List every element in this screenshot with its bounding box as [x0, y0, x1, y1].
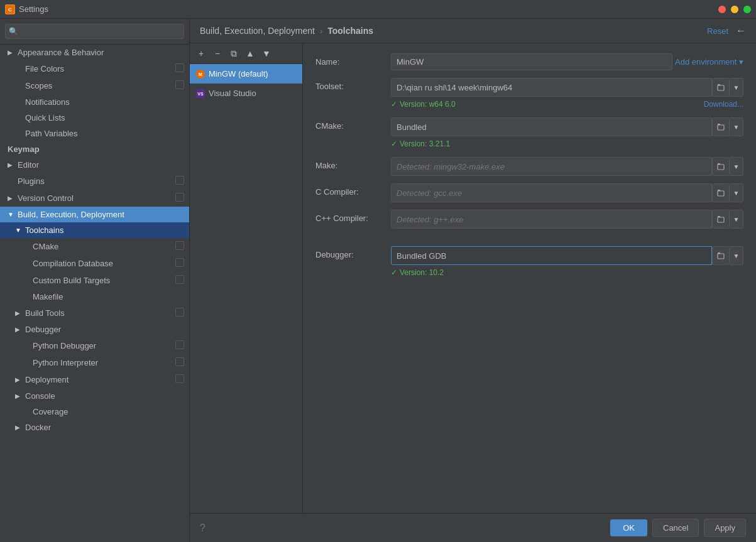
back-button[interactable]: ← — [736, 25, 746, 36]
sidebar-item-cmake[interactable]: CMake — [0, 238, 189, 255]
sidebar-item-python-interpreter[interactable]: Python Interpreter — [0, 354, 189, 371]
debugger-browse-button[interactable] — [712, 246, 730, 265]
apply-button[interactable]: Apply — [704, 519, 746, 537]
close-button[interactable] — [718, 6, 726, 13]
settings-badge-deployment — [175, 374, 184, 385]
ok-button[interactable]: OK — [610, 519, 647, 536]
maximize-button[interactable] — [743, 6, 751, 13]
toolset-input-row: ▼ — [391, 78, 743, 97]
toolset-input[interactable] — [391, 78, 712, 97]
toolchain-icon-mingw: M — [196, 70, 205, 79]
debugger-label: Debugger: — [315, 246, 391, 259]
svg-rect-15 — [718, 216, 720, 217]
expand-arrow-docker: ▶ — [15, 424, 23, 431]
sidebar-item-compilation-db[interactable]: Compilation Database — [0, 255, 189, 272]
svg-rect-9 — [718, 124, 720, 125]
cmake-dropdown-button[interactable]: ▼ — [730, 117, 743, 136]
toolchain-list: + − ⧉ ▲ ▼ M MinGW (default) — [190, 43, 303, 513]
sidebar-label-custom-build-targets: Custom Build Targets — [33, 276, 110, 285]
settings-badge-python-debugger — [175, 340, 184, 351]
reset-button[interactable]: Reset — [707, 26, 728, 36]
sidebar-label-deployment: Deployment — [25, 375, 68, 384]
move-down-button[interactable]: ▼ — [259, 46, 274, 61]
sidebar-item-version-control[interactable]: ▶ Version Control — [0, 190, 189, 207]
sidebar-item-build-exec-deploy[interactable]: ▼ Build, Execution, Deployment — [0, 207, 189, 222]
sidebar-item-debugger[interactable]: ▶ Debugger — [0, 322, 189, 337]
cpp-compiler-browse-button[interactable] — [712, 210, 730, 229]
sidebar-item-custom-build-targets[interactable]: Custom Build Targets — [0, 272, 189, 289]
toolchain-entry-vs[interactable]: VS Visual Studio — [190, 84, 302, 103]
svg-rect-17 — [718, 252, 720, 254]
sidebar-item-console[interactable]: ▶ Console — [0, 388, 189, 404]
sidebar-item-coverage[interactable]: Coverage — [0, 404, 189, 420]
remove-toolchain-button[interactable]: − — [210, 46, 225, 61]
sidebar-label-path-variables: Path Variables — [25, 129, 78, 138]
cpp-compiler-input[interactable] — [391, 210, 712, 229]
make-input[interactable] — [391, 157, 712, 176]
expand-arrow-appearance: ▶ — [8, 49, 15, 56]
search-input[interactable] — [5, 24, 184, 39]
cancel-button[interactable]: Cancel — [652, 519, 699, 537]
sidebar-label-toolchains: Toolchains — [25, 225, 63, 235]
sidebar-item-build-tools[interactable]: ▶ Build Tools — [0, 305, 189, 322]
sidebar-label-plugins: Plugins — [18, 176, 45, 186]
toolset-browse-button[interactable] — [712, 78, 730, 97]
toolset-dropdown-button[interactable]: ▼ — [730, 78, 743, 97]
cpp-compiler-dropdown-button[interactable]: ▼ — [730, 210, 743, 229]
cmake-input[interactable] — [391, 117, 712, 136]
cmake-version-check: ✓ Version: 3.21.1 — [391, 138, 450, 149]
sidebar-item-path-variables[interactable]: Path Variables — [0, 126, 189, 141]
sidebar-item-plugins[interactable]: Plugins — [0, 173, 189, 190]
name-input[interactable] — [391, 53, 672, 70]
make-dropdown-button[interactable]: ▼ — [730, 157, 743, 176]
search-box: 🔍 — [0, 19, 189, 45]
title-bar: C Settings — [0, 0, 756, 19]
spacer4 — [15, 114, 23, 121]
sidebar-item-editor[interactable]: ▶ Editor — [0, 157, 189, 173]
window-controls — [718, 6, 751, 13]
sidebar-item-scopes[interactable]: Scopes — [0, 77, 189, 94]
title-text: Settings — [19, 4, 48, 14]
breadcrumb: Build, Execution, Deployment › Toolchain… — [190, 19, 756, 43]
sidebar-item-notifications[interactable]: Notifications — [0, 94, 189, 110]
move-up-button[interactable]: ▲ — [243, 46, 258, 61]
sidebar-item-python-debugger[interactable]: Python Debugger — [0, 337, 189, 354]
svg-rect-7 — [718, 84, 720, 85]
settings-badge-file-colors — [175, 63, 184, 74]
sidebar-item-appearance[interactable]: ▶ Appearance & Behavior — [0, 45, 189, 60]
add-environment-button[interactable]: Add environment ▾ — [675, 57, 743, 67]
toolchain-entry-mingw[interactable]: M MinGW (default) — [190, 64, 302, 84]
debugger-input[interactable] — [391, 246, 712, 265]
download-link[interactable]: Download... — [704, 100, 743, 109]
sidebar-item-makefile[interactable]: Makefile — [0, 289, 189, 305]
svg-rect-8 — [718, 125, 724, 130]
c-compiler-dropdown-button[interactable]: ▼ — [730, 183, 743, 202]
cpp-compiler-input-group: ▼ — [391, 210, 743, 229]
minimize-button[interactable] — [731, 6, 738, 13]
copy-toolchain-button[interactable]: ⧉ — [226, 46, 241, 61]
sidebar-item-keymap[interactable]: Keymap — [0, 141, 189, 157]
sidebar-label-keymap: Keymap — [8, 144, 40, 154]
help-icon[interactable]: ? — [200, 523, 205, 534]
c-compiler-input[interactable] — [391, 183, 712, 202]
svg-text:C: C — [8, 7, 12, 13]
sidebar-label-editor: Editor — [18, 160, 39, 170]
settings-badge-cmake — [175, 241, 184, 252]
sidebar-item-quick-lists[interactable]: Quick Lists — [0, 110, 189, 126]
debugger-dropdown-button[interactable]: ▼ — [730, 246, 743, 265]
breadcrumb-actions: Reset ← — [707, 25, 746, 36]
sidebar-item-docker[interactable]: ▶ Docker — [0, 420, 189, 435]
add-toolchain-button[interactable]: + — [194, 46, 209, 61]
make-browse-button[interactable] — [712, 157, 730, 176]
sidebar-label-python-interpreter: Python Interpreter — [33, 358, 98, 367]
debugger-check-icon: ✓ — [391, 268, 397, 277]
sidebar-item-file-colors[interactable]: File Colors — [0, 60, 189, 77]
c-compiler-input-row: ▼ — [391, 183, 743, 202]
spacer — [15, 65, 23, 72]
sidebar-item-toolchains[interactable]: ▼ Toolchains — [0, 222, 189, 238]
sidebar-scroll: ▶ Appearance & Behavior File Colors Scop… — [0, 45, 189, 542]
sidebar-item-deployment[interactable]: ▶ Deployment — [0, 371, 189, 388]
c-compiler-browse-button[interactable] — [712, 183, 730, 202]
sidebar-label-build-exec-deploy: Build, Execution, Deployment — [18, 210, 124, 219]
cmake-browse-button[interactable] — [712, 117, 730, 136]
